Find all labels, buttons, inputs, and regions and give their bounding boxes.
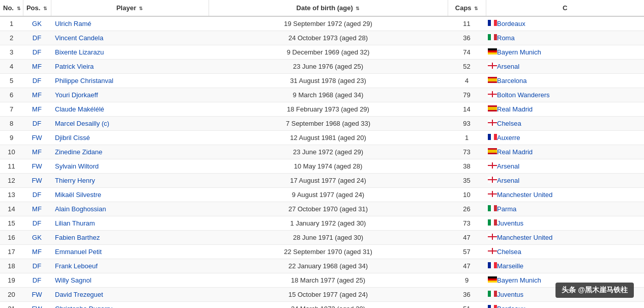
cell-caps: 36 bbox=[448, 288, 486, 302]
sort-icon-player: ⇅ bbox=[139, 6, 143, 11]
cell-player: Fabien Barthez bbox=[51, 231, 209, 245]
cell-club: Manchester United bbox=[486, 231, 644, 245]
svg-rect-44 bbox=[488, 236, 497, 237]
cell-pos: DF bbox=[23, 45, 51, 60]
cell-club: Auxerre bbox=[486, 131, 644, 145]
cell-pos: GK bbox=[23, 231, 51, 245]
cell-no: 18 bbox=[0, 259, 23, 273]
cell-player: Sylvain Wiltord bbox=[51, 159, 209, 174]
cell-caps: 36 bbox=[448, 31, 486, 45]
cell-player: Christophe Dugarry bbox=[51, 302, 209, 309]
cell-player: Ulrich Ramé bbox=[51, 16, 209, 31]
cell-no: 5 bbox=[0, 74, 23, 88]
cell-caps: 9 bbox=[448, 273, 486, 288]
sort-icon-dob: ⇅ bbox=[356, 6, 360, 11]
header-dob[interactable]: Date of birth (age) ⇅ bbox=[209, 0, 448, 16]
cell-no: 1 bbox=[0, 16, 23, 31]
header-pos[interactable]: Pos. ⇅ bbox=[23, 0, 51, 16]
cell-club: Bayern Munich bbox=[486, 45, 644, 60]
cell-dob: 23 June 1976 (aged 25) bbox=[209, 60, 448, 74]
cell-player: David Trezeguet bbox=[51, 288, 209, 302]
cell-dob: 24 October 1973 (aged 28) bbox=[209, 31, 448, 45]
cell-caps: 26 bbox=[448, 202, 486, 216]
svg-rect-47 bbox=[488, 250, 497, 251]
sort-icon-caps: ⇅ bbox=[474, 6, 478, 11]
cell-club: Manchester United bbox=[486, 188, 644, 202]
cell-dob: 22 January 1968 (aged 34) bbox=[209, 259, 448, 273]
cell-club: Arsenal bbox=[486, 174, 644, 188]
cell-pos: DF bbox=[23, 259, 51, 273]
cell-no: 9 bbox=[0, 131, 23, 145]
svg-rect-23 bbox=[491, 134, 494, 140]
svg-rect-13 bbox=[488, 78, 497, 81]
cell-caps: 47 bbox=[448, 259, 486, 273]
header-caps[interactable]: Caps ⇅ bbox=[448, 0, 486, 16]
cell-club: Juventus bbox=[486, 288, 644, 302]
svg-rect-54 bbox=[488, 291, 491, 297]
cell-no: 2 bbox=[0, 31, 23, 45]
cell-club: Juventus bbox=[486, 216, 644, 231]
cell-pos: FW bbox=[23, 174, 51, 188]
svg-rect-22 bbox=[488, 134, 491, 140]
cell-player: Thierry Henry bbox=[51, 174, 209, 188]
cell-dob: 24 March 1972 (aged 30) bbox=[209, 302, 448, 309]
svg-rect-51 bbox=[488, 276, 497, 278]
cell-dob: 9 August 1977 (aged 24) bbox=[209, 188, 448, 202]
cell-dob: 15 October 1977 (aged 24) bbox=[209, 288, 448, 302]
cell-player: Emmanuel Petit bbox=[51, 245, 209, 259]
cell-player: Claude Makélélé bbox=[51, 102, 209, 117]
svg-rect-4 bbox=[491, 34, 494, 40]
table-row: 2 DF Vincent Candela 24 October 1973 (ag… bbox=[0, 31, 644, 45]
table-row: 4 MF Patrick Vieira 23 June 1976 (aged 2… bbox=[0, 60, 644, 74]
cell-pos: DF bbox=[23, 273, 51, 288]
cell-no: 19 bbox=[0, 273, 23, 288]
table-row: 18 DF Frank Leboeuf 22 January 1968 (age… bbox=[0, 259, 644, 273]
cell-dob: 31 August 1978 (aged 23) bbox=[209, 74, 448, 88]
cell-no: 20 bbox=[0, 288, 23, 302]
cell-player: Alain Boghossian bbox=[51, 202, 209, 216]
cell-caps: 93 bbox=[448, 117, 486, 131]
cell-player: Bixente Lizarazu bbox=[51, 45, 209, 60]
table-row: 21 FW Christophe Dugarry 24 March 1972 (… bbox=[0, 302, 644, 309]
svg-rect-39 bbox=[488, 219, 491, 226]
cell-pos: MF bbox=[23, 145, 51, 159]
cell-club: Bolton Wanderers bbox=[486, 88, 644, 102]
cell-no: 13 bbox=[0, 188, 23, 202]
cell-club: Arsenal bbox=[486, 159, 644, 174]
table-header: No. ⇅ Pos. ⇅ Player ⇅ Date of birth (age… bbox=[0, 0, 644, 16]
cell-no: 8 bbox=[0, 117, 23, 131]
cell-club: Chelsea bbox=[486, 245, 644, 259]
cell-player: Frank Leboeuf bbox=[51, 259, 209, 273]
table-row: 16 GK Fabien Barthez 28 June 1971 (aged … bbox=[0, 231, 644, 245]
cell-player: Willy Sagnol bbox=[51, 273, 209, 288]
header-player[interactable]: Player ⇅ bbox=[51, 0, 209, 16]
cell-no: 16 bbox=[0, 231, 23, 245]
header-club: C bbox=[486, 0, 644, 16]
cell-club: Arsenal bbox=[486, 60, 644, 74]
cell-club: Roma bbox=[486, 31, 644, 45]
cell-pos: MF bbox=[23, 102, 51, 117]
cell-no: 17 bbox=[0, 245, 23, 259]
cell-caps: 52 bbox=[448, 60, 486, 74]
cell-dob: 22 September 1970 (aged 31) bbox=[209, 245, 448, 259]
cell-dob: 23 June 1972 (aged 29) bbox=[209, 145, 448, 159]
table-row: 1 GK Ulrich Ramé 19 September 1972 (aged… bbox=[0, 16, 644, 31]
cell-pos: GK bbox=[23, 16, 51, 31]
cell-club: Parma bbox=[486, 202, 644, 216]
cell-no: 21 bbox=[0, 302, 23, 309]
cell-caps: 51 bbox=[448, 302, 486, 309]
cell-club: Barcelona bbox=[486, 74, 644, 88]
svg-rect-29 bbox=[488, 165, 497, 166]
svg-rect-40 bbox=[491, 219, 494, 226]
cell-caps: 79 bbox=[448, 88, 486, 102]
sort-icon-pos: ⇅ bbox=[43, 6, 47, 11]
cell-no: 7 bbox=[0, 102, 23, 117]
cell-player: Djibril Cissé bbox=[51, 131, 209, 145]
cell-pos: MF bbox=[23, 202, 51, 216]
cell-dob: 1 January 1972 (aged 30) bbox=[209, 216, 448, 231]
cell-club: Bordeaux bbox=[486, 16, 644, 31]
table-row: 11 FW Sylvain Wiltord 10 May 1974 (aged … bbox=[0, 159, 644, 174]
cell-no: 6 bbox=[0, 88, 23, 102]
cell-caps: 1 bbox=[448, 131, 486, 145]
header-no[interactable]: No. ⇅ bbox=[0, 0, 23, 16]
